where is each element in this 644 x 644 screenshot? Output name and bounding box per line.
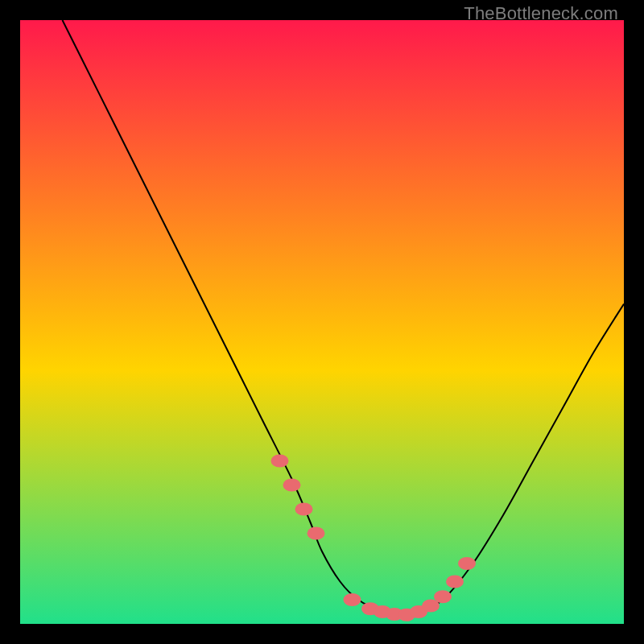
marker-point (308, 527, 325, 540)
marker-point (271, 455, 289, 468)
bottleneck-chart (20, 20, 624, 624)
marker-point (434, 590, 452, 603)
chart-frame (20, 20, 624, 624)
watermark-text: TheBottleneck.com (464, 3, 618, 24)
marker-point (344, 593, 361, 606)
marker-point (446, 576, 464, 588)
marker-point (458, 557, 476, 570)
marker-point (283, 479, 301, 492)
marker-point (295, 503, 313, 516)
